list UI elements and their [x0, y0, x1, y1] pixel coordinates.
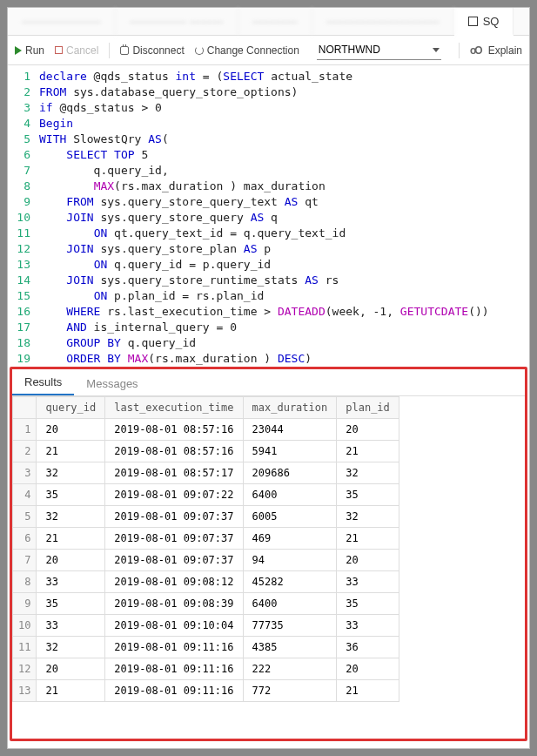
- separator: [459, 43, 460, 58]
- row-number: 7: [13, 550, 37, 571]
- cell[interactable]: 20: [37, 419, 105, 441]
- table-row[interactable]: 9352019-08-01 09:08:39640035: [13, 593, 399, 615]
- cell[interactable]: 20: [37, 658, 105, 680]
- tab-blurred[interactable]: ———————: [8, 8, 116, 35]
- cell[interactable]: 21: [337, 441, 399, 462]
- table-row[interactable]: 13212019-08-01 09:11:1677221: [13, 680, 399, 702]
- change-connection-icon: [195, 46, 204, 55]
- cell[interactable]: 2019-08-01 09:08:39: [105, 593, 243, 615]
- cell[interactable]: 6005: [243, 506, 337, 528]
- editor-tabs: ——————— ————— ——— ———— —————————— SQ: [8, 8, 529, 36]
- cell[interactable]: 23044: [243, 419, 337, 441]
- cell[interactable]: 32: [37, 462, 105, 484]
- row-number: 3: [13, 462, 37, 484]
- cell[interactable]: 21: [337, 528, 399, 550]
- cell[interactable]: 32: [37, 637, 105, 658]
- cell[interactable]: 77735: [243, 615, 337, 637]
- cell[interactable]: 33: [337, 615, 399, 637]
- cell[interactable]: 2019-08-01 09:10:04: [105, 615, 243, 637]
- table-row[interactable]: 12202019-08-01 09:11:1622220: [13, 658, 399, 680]
- cell[interactable]: 2019-08-01 09:07:37: [105, 528, 243, 550]
- sql-editor[interactable]: 12345678910111213141516171819202122 decl…: [8, 65, 529, 365]
- cell[interactable]: 2019-08-01 09:07:37: [105, 506, 243, 528]
- table-row[interactable]: 1202019-08-01 08:57:162304420: [13, 419, 399, 441]
- row-number: 5: [13, 506, 37, 528]
- results-grid-wrapper[interactable]: query_idlast_execution_timemax_durationp…: [12, 395, 525, 739]
- cell[interactable]: 772: [243, 680, 337, 702]
- table-row[interactable]: 2212019-08-01 08:57:16594121: [13, 441, 399, 462]
- change-connection-button[interactable]: Change Connection: [195, 44, 299, 57]
- cell[interactable]: 35: [37, 593, 105, 615]
- stop-icon: [55, 46, 63, 54]
- column-header[interactable]: max_duration: [243, 397, 337, 419]
- tab-blurred[interactable]: ————: [238, 8, 312, 35]
- tab-blurred[interactable]: ——————————: [312, 8, 454, 35]
- cell[interactable]: 2019-08-01 09:07:22: [105, 484, 243, 506]
- cell[interactable]: 35: [337, 484, 399, 506]
- row-number: 9: [13, 593, 37, 615]
- separator: [109, 43, 110, 58]
- cell[interactable]: 21: [37, 441, 105, 462]
- cell[interactable]: 45282: [243, 571, 337, 593]
- cell[interactable]: 21: [337, 680, 399, 702]
- code-area[interactable]: declare @qds_status int = (SELECT actual…: [39, 69, 529, 365]
- cell[interactable]: 2019-08-01 08:57:17: [105, 462, 243, 484]
- cell[interactable]: 32: [37, 506, 105, 528]
- cell[interactable]: 6400: [243, 484, 337, 506]
- column-header[interactable]: last_execution_time: [105, 397, 243, 419]
- cell[interactable]: 20: [337, 419, 399, 441]
- table-row[interactable]: 7202019-08-01 09:07:379420: [13, 550, 399, 571]
- explain-icon: oO: [470, 44, 481, 57]
- table-row[interactable]: 11322019-08-01 09:11:16438536: [13, 637, 399, 658]
- cell[interactable]: 20: [37, 550, 105, 571]
- run-button[interactable]: Run: [15, 44, 44, 57]
- sql-file-icon: [468, 17, 478, 26]
- cell[interactable]: 33: [37, 615, 105, 637]
- disconnect-button[interactable]: Disconnect: [120, 44, 184, 57]
- tab-results[interactable]: Results: [12, 370, 74, 395]
- cell[interactable]: 2019-08-01 09:11:16: [105, 637, 243, 658]
- tab-messages[interactable]: Messages: [74, 372, 150, 395]
- database-selector[interactable]: NORTHWND: [317, 40, 441, 60]
- table-row[interactable]: 8332019-08-01 09:08:124528233: [13, 571, 399, 593]
- cell[interactable]: 33: [37, 571, 105, 593]
- row-number: 13: [13, 680, 37, 702]
- cell[interactable]: 2019-08-01 09:08:12: [105, 571, 243, 593]
- cell[interactable]: 94: [243, 550, 337, 571]
- cell[interactable]: 209686: [243, 462, 337, 484]
- disconnect-label: Disconnect: [132, 44, 184, 57]
- cell[interactable]: 6400: [243, 593, 337, 615]
- table-row[interactable]: 10332019-08-01 09:10:047773533: [13, 615, 399, 637]
- table-row[interactable]: 4352019-08-01 09:07:22640035: [13, 484, 399, 506]
- cell[interactable]: 32: [337, 506, 399, 528]
- cell[interactable]: 2019-08-01 09:11:16: [105, 658, 243, 680]
- cell[interactable]: 4385: [243, 637, 337, 658]
- cell[interactable]: 35: [37, 484, 105, 506]
- tab-blurred[interactable]: ————— ———: [116, 8, 238, 35]
- tab-active[interactable]: SQ: [454, 8, 514, 36]
- cell[interactable]: 36: [337, 637, 399, 658]
- cell[interactable]: 20: [337, 550, 399, 571]
- table-row[interactable]: 5322019-08-01 09:07:37600532: [13, 506, 399, 528]
- cell[interactable]: 5941: [243, 441, 337, 462]
- cell[interactable]: 2019-08-01 08:57:16: [105, 419, 243, 441]
- row-number: 6: [13, 528, 37, 550]
- cell[interactable]: 21: [37, 528, 105, 550]
- cell[interactable]: 20: [337, 658, 399, 680]
- column-header[interactable]: plan_id: [337, 397, 399, 419]
- cell[interactable]: 469: [243, 528, 337, 550]
- cell[interactable]: 2019-08-01 08:57:16: [105, 441, 243, 462]
- database-name: NORTHWND: [319, 44, 380, 56]
- explain-button[interactable]: oOExplain: [470, 44, 522, 57]
- table-row[interactable]: 3322019-08-01 08:57:1720968632: [13, 462, 399, 484]
- table-row[interactable]: 6212019-08-01 09:07:3746921: [13, 528, 399, 550]
- cell[interactable]: 2019-08-01 09:07:37: [105, 550, 243, 571]
- cell[interactable]: 35: [337, 593, 399, 615]
- cell[interactable]: 32: [337, 462, 399, 484]
- cell[interactable]: 2019-08-01 09:11:16: [105, 680, 243, 702]
- cell[interactable]: 33: [337, 571, 399, 593]
- cell[interactable]: 21: [37, 680, 105, 702]
- cell[interactable]: 222: [243, 658, 337, 680]
- column-header[interactable]: query_id: [37, 397, 105, 419]
- results-pane: Results Messages query_idlast_execution_…: [10, 367, 527, 741]
